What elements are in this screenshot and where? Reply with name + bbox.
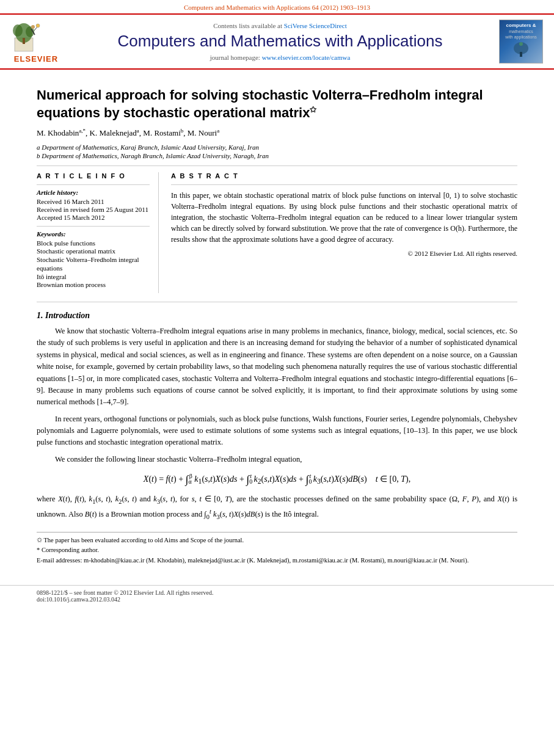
email-addresses: m-khodabin@kiau.ac.ir (M. Khodabin), mal… — [84, 557, 468, 564]
intro-para-2: In recent years, orthogonal functions or… — [37, 413, 517, 449]
svg-point-11 — [519, 42, 523, 46]
section-name: Introduction — [45, 311, 90, 320]
divider-2 — [37, 302, 517, 302]
article-info-col: A R T I C L E I N F O Article history: R… — [37, 172, 159, 294]
article-info-heading: A R T I C L E I N F O — [37, 172, 150, 180]
svg-point-8 — [36, 24, 40, 27]
history-label: Article history: — [37, 189, 150, 196]
journal-title: Computers and Mathematics with Applicati… — [70, 32, 490, 51]
journal-reference: Computers and Mathematics with Applicati… — [184, 4, 370, 11]
section-number: 1. — [37, 311, 43, 320]
elsevier-logo-svg — [12, 20, 60, 53]
sciverse-link[interactable]: SciVerse ScienceDirect — [284, 22, 347, 29]
header-left: ELSEVIER — [9, 20, 64, 64]
doi-line: doi:10.1016/j.camwa.2012.03.042 — [37, 596, 517, 603]
svg-rect-10 — [520, 52, 522, 57]
email-footnote: E-mail addresses: m-khodabin@kiau.ac.ir … — [37, 556, 517, 565]
abstract-col: A B S T R A C T In this paper, we obtain… — [171, 172, 517, 294]
keyword-3: Stochastic Volterra–Fredholm integral eq… — [37, 255, 150, 273]
homepage-link[interactable]: www.elsevier.com/locate/camwa — [262, 54, 351, 61]
keyword-5: Brownian motion process — [37, 281, 150, 288]
affiliation-b: b Department of Mathematics, Naragh Bran… — [37, 152, 517, 159]
star-footnote: ✩ The paper has been evaluated according… — [37, 536, 517, 545]
abstract-text: In this paper, we obtain stochastic oper… — [171, 190, 517, 245]
authors-line: M. Khodabina,*, K. Maleknejada, M. Rosta… — [37, 128, 517, 138]
keyword-2: Stochastic operational matrix — [37, 247, 150, 255]
two-col-section: A R T I C L E I N F O Article history: R… — [37, 172, 517, 294]
corresponding-footnote: * Corresponding author. — [37, 546, 517, 555]
copyright-line: © 2012 Elsevier Ltd. All rights reserved… — [171, 250, 517, 257]
keywords-block: Keywords: Block pulse functions Stochast… — [37, 226, 150, 289]
svg-rect-4 — [23, 38, 25, 44]
article-history-block: Article history: Received 16 March 2011 … — [37, 184, 150, 221]
contents-label: Contents lists available at — [213, 22, 282, 29]
footnotes-section: ✩ The paper has been evaluated according… — [37, 532, 517, 565]
accepted-date: Accepted 15 March 2012 — [37, 214, 150, 221]
elsevier-label: ELSEVIER — [14, 54, 58, 64]
svg-point-2 — [13, 24, 23, 37]
header-right: computers & mathematics with application… — [497, 20, 545, 64]
paper-title: Numerical approach for solving stochasti… — [37, 87, 517, 122]
keyword-4: Itô integral — [37, 273, 150, 280]
top-bar: Computers and Mathematics with Applicati… — [0, 0, 554, 13]
homepage-line: journal homepage: www.elsevier.com/locat… — [70, 54, 490, 61]
keyword-1: Block pulse functions — [37, 239, 150, 247]
keywords-label: Keywords: — [37, 230, 150, 238]
intro-para-1: We know that stochastic Volterra–Fredhol… — [37, 325, 517, 409]
received-revised-date: Received in revised form 25 August 2011 — [37, 206, 150, 213]
header-section: ELSEVIER Contents lists available at Sci… — [0, 13, 554, 70]
received-date: Received 16 March 2011 — [37, 198, 150, 205]
divider-1 — [37, 165, 517, 166]
journal-cover-image: computers & mathematics with application… — [499, 20, 543, 64]
homepage-label: journal homepage: — [210, 54, 260, 61]
abstract-heading: A B S T R A C T — [171, 172, 517, 180]
formula-block: X(t) = f(t) + ∫αβ k1(s,t)X(s)ds + ∫0t k2… — [37, 473, 517, 486]
contents-line: Contents lists available at SciVerse Sci… — [70, 22, 490, 29]
issn-line: 0898-1221/$ – see front matter © 2012 El… — [37, 589, 517, 596]
section-title: 1. Introduction — [37, 311, 517, 321]
header-center: Contents lists available at SciVerse Sci… — [70, 22, 490, 60]
abstract-divider — [171, 184, 517, 185]
affiliation-a: a Department of Mathematics, Karaj Branc… — [37, 144, 517, 151]
main-content: Numerical approach for solving stochasti… — [0, 70, 554, 579]
intro-para-4: where X(t), f(t), k1(s, t), k2(s, t) and… — [37, 493, 517, 522]
svg-point-6 — [31, 25, 35, 29]
email-label: E-mail addresses: — [37, 557, 82, 564]
intro-section: 1. Introduction We know that stochastic … — [37, 311, 517, 522]
intro-para-3: We consider the following linear stochas… — [37, 454, 517, 465]
bottom-bar: 0898-1221/$ – see front matter © 2012 El… — [0, 585, 554, 606]
